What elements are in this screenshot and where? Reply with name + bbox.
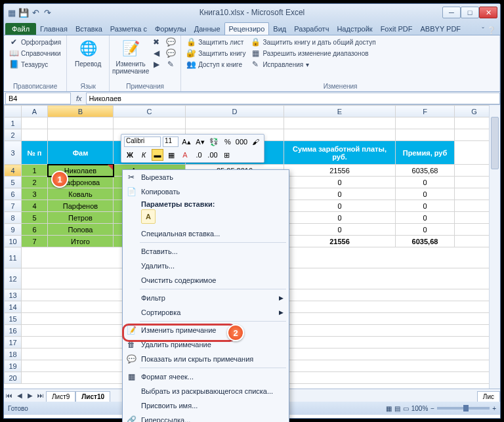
edit-comment-button[interactable]: 📝Изменить примечание [114,37,148,76]
ctx-format[interactable]: ▦Формат ячеек... [123,369,289,384]
sheet-nav-prev[interactable]: ◀ [14,392,25,399]
italic-icon[interactable]: К [138,149,150,161]
ctx-sort[interactable]: Сортировка▶ [123,305,289,320]
row-6[interactable]: 6 [5,188,22,200]
cell-F5[interactable]: 0 [396,177,455,188]
cell-F4[interactable]: 6035,68 [396,165,455,177]
tab-view[interactable]: Вид [269,23,290,35]
tab-foxit[interactable]: Foxit PDF [377,23,417,35]
cell-B9[interactable]: Попова [48,224,114,236]
cell-E9[interactable]: 0 [284,224,396,236]
hdr-num[interactable]: № п [22,141,48,165]
row-14[interactable]: 14 [5,301,22,313]
col-B[interactable]: B [48,106,114,117]
ctx-clear[interactable]: Очистить содержимое [123,273,289,287]
row-9[interactable]: 9 [5,224,22,236]
shrink-font-icon[interactable]: A▾ [194,136,206,148]
comma-icon[interactable]: 000 [236,136,247,148]
show-ink-rb[interactable]: ✎ [165,59,177,70]
grow-font-icon[interactable]: A▴ [180,136,192,148]
sheet-tab-9[interactable]: Лист9 [46,391,75,402]
fx-icon[interactable]: fx [72,95,86,102]
ctx-toggle-comment[interactable]: 💬Показать или скрыть примечания [123,352,289,366]
row-11[interactable]: 11 [5,247,22,268]
redo-icon[interactable]: ↷ [42,7,52,18]
border-icon[interactable]: ▦ [165,149,177,161]
col-E[interactable]: E [284,106,396,117]
cell-F9[interactable]: 0 [396,224,455,236]
share-book-button[interactable]: 👥Доступ к книге [185,59,247,70]
zoom-slider[interactable] [437,407,490,410]
col-F[interactable]: F [396,106,455,117]
cell-A6[interactable]: 3 [22,188,48,200]
tab-data[interactable]: Данные [190,23,224,35]
view-layout-icon[interactable]: ▤ [394,405,400,412]
zoom-out-button[interactable]: − [430,405,434,412]
sheet-nav-next[interactable]: ▶ [25,392,35,399]
protect-sheet-button[interactable]: 🔒Защитить лист [185,37,247,47]
close-button[interactable]: ✕ [479,7,497,18]
tab-layout[interactable]: Разметка с [106,23,151,35]
minimize-button[interactable]: ─ [442,7,461,18]
tab-formulas[interactable]: Формулы [151,23,190,35]
research-button[interactable]: 📖Справочники [8,48,62,58]
ctx-paste-special[interactable]: Специальная вставка... [123,226,289,241]
tab-insert[interactable]: Вставка [72,23,106,35]
accounting-format-icon[interactable]: 💱 [208,136,220,148]
cell-E10[interactable]: 21556 [284,236,396,247]
col-G[interactable]: G [455,106,494,117]
cell-B7[interactable]: Парфенов [48,200,114,212]
cell-F10[interactable]: 6035,68 [396,236,455,247]
help-icon[interactable]: ❔ [487,26,496,35]
cell-A10[interactable]: 7 [22,236,48,247]
row-10[interactable]: 10 [5,236,22,247]
cell-E8[interactable]: 0 [284,212,396,224]
ctx-insert[interactable]: Вставить... [123,244,289,259]
format-painter-icon[interactable]: 🖌 [249,136,261,148]
show-all-rb[interactable]: 💬 [165,48,177,58]
row-2[interactable]: 2 [5,129,22,141]
hdr-bonus[interactable]: Премия, руб [396,141,455,165]
view-normal-icon[interactable]: ▦ [386,405,392,412]
col-A[interactable]: A [22,106,48,117]
decrease-decimal-icon[interactable]: .0 [193,149,205,161]
next-comment-rb[interactable]: ▶ [150,59,162,70]
zoom-in-button[interactable]: + [492,405,496,412]
hdr-sum[interactable]: Сумма заработной платы, руб. [284,141,396,165]
row-16[interactable]: 16 [5,325,22,337]
cell-F7[interactable]: 0 [396,200,455,212]
ctx-cut[interactable]: ✂Вырезать [123,170,289,184]
tab-home[interactable]: Главная [36,23,72,35]
sheet-tab-10[interactable]: Лист10 [75,391,110,402]
ctx-edit-comment[interactable]: 📝Изменить примечание [123,323,289,337]
increase-decimal-icon[interactable]: .00 [207,149,219,161]
fill-color-icon[interactable]: ▬ [152,149,163,161]
cell-B8[interactable]: Петров [48,212,114,224]
select-all-corner[interactable] [5,106,22,117]
vertical-scrollbar[interactable] [489,105,500,389]
spelling-button[interactable]: ✔Орфография [8,37,62,47]
undo-icon[interactable]: ↶ [30,7,41,18]
show-comment-rb[interactable]: 💬 [165,37,177,47]
ctx-hyperlink[interactable]: 🔗Гиперссылка... [123,413,289,422]
save-icon[interactable]: 💾 [18,7,29,18]
delete-comment-rb[interactable]: ✖ [150,37,162,47]
ctx-delete[interactable]: Удалить... [123,259,289,273]
cell-B6[interactable]: Коваль [48,188,114,200]
tab-developer[interactable]: Разработч [290,23,333,35]
view-break-icon[interactable]: ▭ [403,405,409,412]
cell-E5[interactable]: 0 [284,177,396,188]
minimize-ribbon-icon[interactable]: ˇ [482,26,484,35]
allow-ranges-button[interactable]: ▦Разрешить изменение диапазонов [249,48,377,58]
maximize-button[interactable]: □ [461,7,479,18]
row-3[interactable]: 3 [5,141,22,165]
row-1[interactable]: 1 [5,117,22,129]
merge-icon[interactable]: ⊞ [220,149,232,161]
ctx-copy[interactable]: 📄Копировать [123,184,289,199]
row-13[interactable]: 13 [5,289,22,301]
sheet-nav-first[interactable]: ⏮ [4,392,14,399]
formula-input[interactable]: Николаев [86,93,500,104]
ctx-dropdown[interactable]: Выбрать из раскрывающегося списка... [123,384,289,398]
cell-B10[interactable]: Итого [48,236,114,247]
scroll-thumb[interactable] [491,117,499,169]
